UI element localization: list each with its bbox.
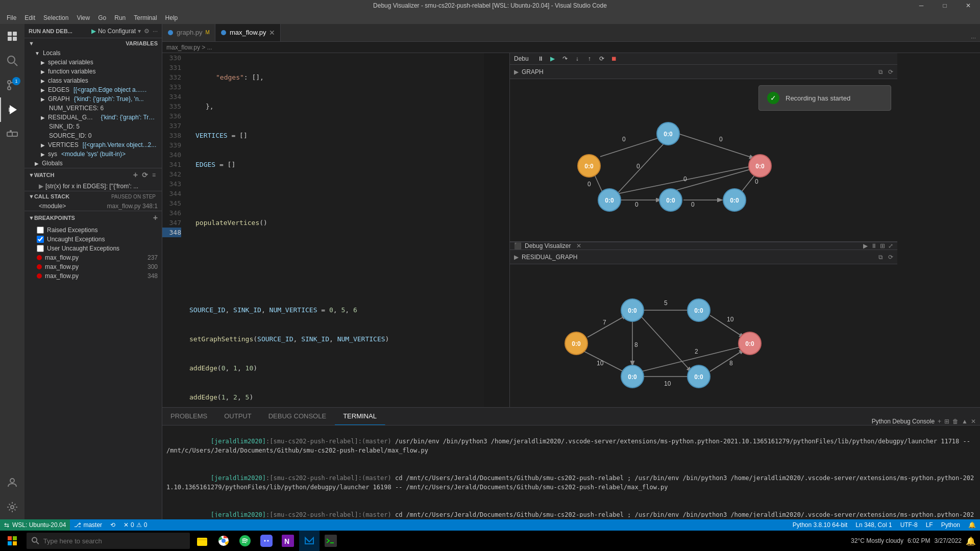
code-editor[interactable]: 330 331 332 333 334 335 336 337 338 339 … — [162, 53, 509, 407]
breakpoints-header[interactable]: ▼ BREAKPOINTS + — [24, 211, 162, 224]
open-external-btn[interactable]: ⧉ — [878, 68, 883, 76]
bp-max-flow-237[interactable]: max_flow.py 237 — [24, 253, 162, 262]
add-terminal-btn[interactable]: + — [938, 418, 941, 425]
sys-item[interactable]: ▶ sys <module 'sys' (built-in)> — [24, 149, 162, 159]
bp-max-flow-348[interactable]: max_flow.py 348 — [24, 271, 162, 281]
add-breakpoint-btn[interactable]: + — [153, 213, 158, 222]
activity-explorer[interactable] — [0, 24, 24, 48]
no-config-select[interactable]: ▶ No Configurat ▾ — [91, 28, 141, 35]
restart-btn[interactable]: ⟳ — [596, 53, 607, 64]
taskbar-terminal[interactable] — [321, 531, 341, 551]
step-out-btn[interactable]: ↑ — [584, 53, 595, 64]
minimize-button[interactable]: ─ — [910, 0, 933, 11]
start-button[interactable] — [0, 531, 24, 551]
statusbar-eol[interactable]: LF — [922, 521, 937, 529]
graph-var-item[interactable]: ▶ GRAPH {'kind': {'graph': True}, 'n... — [24, 94, 162, 104]
user-uncaught-checkbox[interactable] — [37, 245, 44, 252]
taskbar-spotify[interactable] — [235, 531, 255, 551]
statusbar-python[interactable]: Python 3.8.10 64-bit — [789, 521, 851, 529]
statusbar-language[interactable]: Python — [937, 521, 964, 529]
tab-problems[interactable]: PROBLEMS — [162, 407, 216, 425]
statusbar-branch[interactable]: ⎇ master — [70, 519, 106, 531]
edges-var-item[interactable]: ▶ EDGES [{<graph.Edge object a...2b48... — [24, 85, 162, 94]
raised-exceptions-checkbox[interactable] — [37, 227, 44, 234]
activity-source-control[interactable]: 1 — [0, 73, 24, 97]
step-over-btn[interactable]: ↷ — [559, 53, 571, 64]
close-panel-btn[interactable]: ✕ — [971, 418, 976, 425]
refresh-vis-btn2[interactable]: ⟳ — [888, 254, 893, 261]
statusbar-line-col[interactable]: Ln 348, Col 1 — [851, 521, 896, 529]
tab-graph-py[interactable]: graph.py M — [162, 24, 215, 41]
menu-go[interactable]: Go — [94, 11, 110, 24]
tab-debug-console[interactable]: DEBUG CONSOLE — [260, 407, 335, 425]
statusbar-errors[interactable]: ✕ 0 ⚠ 0 — [119, 519, 151, 531]
activity-search[interactable] — [0, 48, 24, 73]
taskbar-notification-icon[interactable]: 🔔 — [966, 536, 976, 546]
refresh-vis-btn[interactable]: ⟳ — [888, 68, 893, 76]
close-button[interactable]: ✕ — [957, 0, 980, 11]
refresh-watch-btn[interactable]: ⟳ — [140, 171, 150, 179]
run-vis-btn[interactable]: ▶ — [863, 242, 868, 249]
function-variables-item[interactable]: ▶ function variables — [24, 67, 162, 76]
watch-header[interactable]: ▼ WATCH + ⟳ ≡ — [24, 168, 162, 182]
tab-more-button[interactable]: ··· — [967, 34, 980, 41]
bp-uncaught-exceptions[interactable]: Uncaught Exceptions — [24, 235, 162, 244]
statusbar-sync[interactable]: ⟲ — [106, 519, 119, 531]
collapse-watch-btn[interactable]: ≡ — [150, 171, 158, 179]
menu-terminal[interactable]: Terminal — [130, 11, 161, 24]
settings-icon[interactable]: ⚙ — [144, 28, 150, 35]
tab-terminal[interactable]: TERMINAL — [335, 407, 385, 425]
taskbar-vscode[interactable] — [299, 531, 320, 551]
stop-btn[interactable]: ⏹ — [608, 53, 620, 64]
taskbar-onenote[interactable]: N — [278, 531, 298, 551]
taskbar-file-explorer[interactable] — [192, 531, 212, 551]
bp-raised-exceptions[interactable]: Raised Exceptions — [24, 226, 162, 235]
taskbar-search-bar[interactable] — [27, 533, 190, 549]
class-variables-item[interactable]: ▶ class variables — [24, 76, 162, 85]
taskbar-chrome[interactable] — [213, 531, 234, 551]
residual-graph-item[interactable]: ▶ RESIDUAL_GRAPH {'kind': {'graph': True… — [24, 113, 162, 122]
activity-settings[interactable] — [0, 495, 24, 519]
variables-header[interactable]: ▼ VARIABLES — [24, 38, 162, 48]
activity-run-debug[interactable] — [0, 97, 24, 122]
uncaught-exceptions-checkbox[interactable] — [37, 236, 44, 243]
tab-output[interactable]: OUTPUT — [216, 407, 260, 425]
pause-btn[interactable]: ⏸ — [535, 53, 546, 64]
call-stack-header[interactable]: ▼ CALL STACK PAUSED ON STEP — [24, 191, 162, 202]
menu-help[interactable]: Help — [161, 11, 182, 24]
continue-btn[interactable]: ▶ — [547, 53, 558, 64]
menu-selection[interactable]: Selection — [39, 11, 72, 24]
menu-view[interactable]: View — [72, 11, 94, 24]
terminal-main[interactable]: [jeraldlim2020]:[smu-cs202-push-relabel]… — [166, 428, 976, 517]
tab-max-flow-py[interactable]: max_flow.py ✕ — [215, 24, 281, 41]
call-stack-item[interactable]: <module> max_flow.py 348:1 — [24, 202, 162, 211]
add-watch-btn[interactable]: + — [131, 170, 140, 180]
close-debug-vis-btn[interactable]: ✕ — [576, 242, 581, 249]
search-input[interactable] — [43, 537, 185, 545]
step-into-btn[interactable]: ↓ — [572, 53, 583, 64]
split-terminal-btn[interactable]: ⊞ — [944, 418, 949, 425]
fullscreen-vis-btn[interactable]: ⤢ — [888, 242, 893, 249]
special-variables-item[interactable]: ▶ special variables — [24, 58, 162, 67]
statusbar-remote[interactable]: ⇆ WSL: Ubuntu-20.04 — [0, 519, 70, 531]
more-options-icon[interactable]: ··· — [153, 28, 158, 35]
taskbar-discord[interactable] — [256, 531, 277, 551]
bp-user-uncaught[interactable]: User Uncaught Exceptions — [24, 244, 162, 253]
bp-max-flow-300[interactable]: max_flow.py 300 — [24, 262, 162, 271]
maximize-button[interactable]: □ — [933, 0, 957, 11]
kill-terminal-btn[interactable]: 🗑 — [952, 418, 959, 425]
menu-edit[interactable]: Edit — [20, 11, 39, 24]
globals-item[interactable]: ▶ Globals — [24, 159, 162, 168]
activity-accounts[interactable] — [0, 470, 24, 495]
vertices-item[interactable]: ▶ VERTICES [{<graph.Vertex object...2... — [24, 140, 162, 149]
statusbar-feedback[interactable]: 🔔 — [964, 521, 980, 529]
tab-close-button[interactable]: ✕ — [269, 29, 275, 37]
menu-run[interactable]: Run — [110, 11, 130, 24]
layout-vis-btn[interactable]: ⊞ — [880, 242, 885, 249]
open-external-btn2[interactable]: ⧉ — [878, 254, 883, 261]
pause-vis-btn[interactable]: ⏸ — [871, 242, 877, 249]
maximize-panel-btn[interactable]: ▲ — [962, 418, 968, 425]
locals-item[interactable]: ▼ Locals — [24, 48, 162, 58]
statusbar-encoding[interactable]: UTF-8 — [896, 521, 922, 529]
menu-file[interactable]: File — [3, 11, 20, 24]
